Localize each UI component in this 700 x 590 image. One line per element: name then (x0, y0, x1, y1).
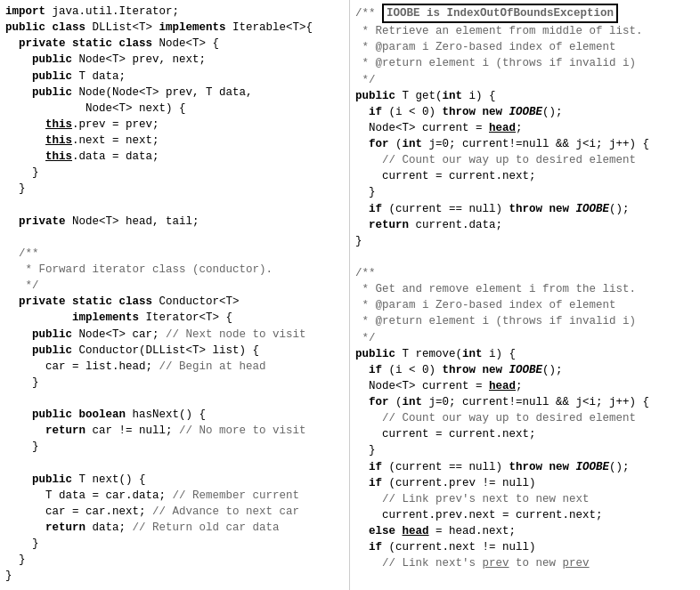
code-line (5, 230, 344, 246)
code-line: private static class Conductor<T> (5, 294, 344, 310)
code-line: public T get(int i) { (355, 88, 695, 104)
left-code-panel: import java.util.Iterator; public class … (0, 0, 350, 590)
code-line: Node<T> next) { (5, 101, 344, 117)
main-container: import java.util.Iterator; public class … (0, 0, 700, 590)
code-line: if (i < 0) throw new IOOBE(); (355, 362, 695, 378)
code-line: import java.util.Iterator; (5, 4, 344, 20)
code-line: */ (5, 278, 344, 294)
code-line: public T data; (5, 69, 344, 85)
code-line: car = car.next; // Advance to next car (5, 504, 344, 520)
code-line: } (355, 184, 695, 200)
code-line: Node<T> current = head; (355, 378, 695, 394)
code-line: car = list.head; // Begin at head (5, 359, 344, 375)
code-line: public T next() { (5, 472, 344, 488)
code-line: if (current == null) throw new IOOBE(); (355, 459, 695, 475)
code-line: public Node(Node<T> prev, T data, (5, 85, 344, 101)
code-line: private static class Node<T> { (5, 36, 344, 52)
code-line: public boolean hasNext() { (5, 407, 344, 423)
code-line: current = current.next; (355, 426, 695, 442)
code-line: */ (355, 330, 695, 346)
code-line: implements Iterator<T> { (5, 310, 344, 326)
code-line: public Node<T> prev, next; (5, 52, 344, 68)
code-line (5, 456, 344, 472)
code-line: } (5, 568, 344, 584)
code-line: } (355, 233, 695, 249)
code-line: // Count our way up to desired element (355, 152, 695, 168)
code-line: } (355, 442, 695, 458)
code-line: // Link prev's next to new next (355, 491, 695, 507)
code-line: public class DLList<T> implements Iterab… (5, 20, 344, 36)
code-line: public Node<T> car; // Next node to visi… (5, 327, 344, 343)
code-line: return car != null; // No more to visit (5, 423, 344, 439)
code-line (5, 198, 344, 214)
code-line: } (5, 552, 344, 568)
code-line: * @return element i (throws if invalid i… (355, 313, 695, 329)
code-line: for (int j=0; current!=null && j<i; j++)… (355, 394, 695, 410)
code-line: * Get and remove element i from the list… (355, 281, 695, 297)
code-line: if (i < 0) throw new IOOBE(); (355, 104, 695, 120)
code-line: if (current.next != null) (355, 539, 695, 555)
annotation-line: /** IOOBE is IndexOutOfBoundsException (355, 4, 695, 23)
code-line: // Count our way up to desired element (355, 410, 695, 426)
code-line: } (5, 181, 344, 197)
code-line: return current.data; (355, 217, 695, 233)
code-line: * Forward iterator class (conductor). (5, 262, 344, 278)
code-line: Node<T> current = head; (355, 120, 695, 136)
code-line: // Link next's prev to new prev (355, 555, 695, 571)
code-line: if (current.prev != null) (355, 475, 695, 491)
code-line: } (5, 536, 344, 552)
code-line: current.prev.next = current.next; (355, 507, 695, 523)
code-line: /** (355, 265, 695, 281)
code-line: * @return element i (throws if invalid i… (355, 55, 695, 71)
code-line: public T remove(int i) { (355, 346, 695, 362)
code-line: } (5, 375, 344, 391)
code-line: * Retrieve an element from middle of lis… (355, 23, 695, 39)
code-line: if (current == null) throw new IOOBE(); (355, 201, 695, 217)
ioobe-annotation: IOOBE is IndexOutOfBoundsException (382, 4, 618, 23)
code-line: this.prev = prev; (5, 117, 344, 133)
code-line: current = current.next; (355, 168, 695, 184)
code-line: * @param i Zero-based index of element (355, 297, 695, 313)
code-line: T data = car.data; // Remember current (5, 488, 344, 504)
code-line: this.next = next; (5, 133, 344, 149)
code-line: else head = head.next; (355, 523, 695, 539)
code-line: return data; // Return old car data (5, 520, 344, 536)
code-line: this.data = data; (5, 149, 344, 165)
code-line: public Conductor(DLList<T> list) { (5, 343, 344, 359)
code-line: } (5, 165, 344, 181)
code-line: private Node<T> head, tail; (5, 214, 344, 230)
code-line: /** (5, 246, 344, 262)
code-line: * @param i Zero-based index of element (355, 39, 695, 55)
code-line: for (int j=0; current!=null && j<i; j++)… (355, 136, 695, 152)
code-line (355, 249, 695, 265)
code-line: */ (355, 72, 695, 88)
code-line (5, 391, 344, 407)
code-line: } (5, 439, 344, 455)
right-code-panel: /** IOOBE is IndexOutOfBoundsException *… (350, 0, 700, 590)
